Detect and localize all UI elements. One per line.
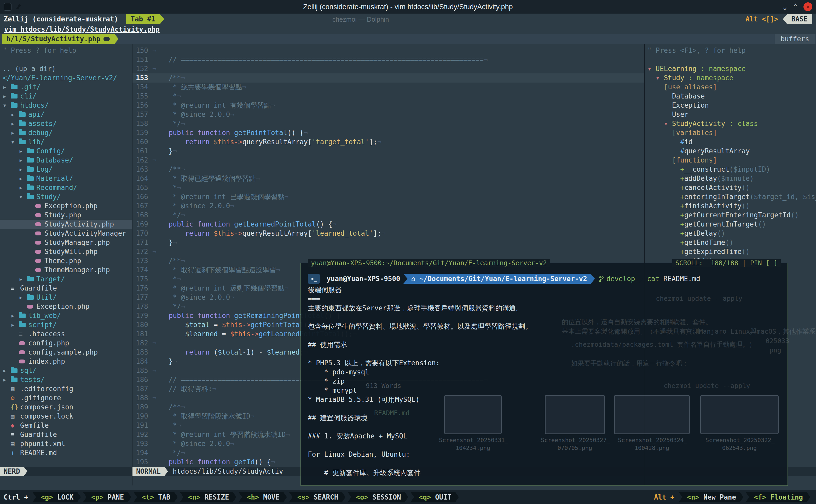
code-line[interactable]: 165 *¬	[132, 183, 644, 192]
chevron-down-icon[interactable]: ⌄	[783, 3, 787, 11]
tree-row[interactable]: StudyActivity.php	[0, 220, 132, 229]
code-line[interactable]: 169 public function getLearnedPointTotal…	[132, 220, 644, 229]
code-line[interactable]: 167 * @since 2.0.0¬	[132, 201, 644, 211]
tagbar-row[interactable]	[647, 55, 816, 64]
tagbar-row[interactable]: +getEndTime()	[647, 238, 816, 247]
tree-row[interactable]: ▾Study/	[0, 192, 132, 201]
tree-row[interactable]	[0, 55, 132, 64]
tree-row[interactable]: ▸Material/	[0, 174, 132, 183]
tree-row[interactable]: ▸.git/	[0, 83, 132, 92]
tagbar-row[interactable]: Exception	[647, 101, 816, 110]
tree-row[interactable]: ▾lib/	[0, 137, 132, 147]
tree-row[interactable]: ↓README.md	[0, 448, 132, 457]
code-line[interactable]: 156 * @return int 有幾個學習點¬	[132, 101, 644, 110]
tagbar-row[interactable]: +addDelay($minute)	[647, 174, 816, 183]
code-line[interactable]: 172¬	[132, 247, 644, 256]
tree-row[interactable]: config.sample.php	[0, 348, 132, 357]
tagbar-row[interactable]: #id	[647, 137, 816, 147]
code-line[interactable]: 155 *¬	[132, 92, 644, 101]
tree-row[interactable]: ▸tests/	[0, 375, 132, 384]
tree-row[interactable]: ▸Recommand/	[0, 183, 132, 192]
keybind-pane[interactable]: <p> PANE	[83, 492, 131, 502]
code-line[interactable]: 164 * 取得已經學過幾個學習點¬	[132, 174, 644, 183]
tree-row[interactable]: ▤phpunit.xml	[0, 439, 132, 448]
tagbar-row[interactable]: +__construct($inputID)	[647, 165, 816, 174]
tagbar-row[interactable]: +getDelay()	[647, 229, 816, 238]
tagbar-row[interactable]: ▾ UELearning : namespace	[647, 64, 816, 73]
tree-row[interactable]: ▸cli/	[0, 92, 132, 101]
tree-row[interactable]: ▸Config/	[0, 147, 132, 156]
tree-row[interactable]: ⚙.gitignore	[0, 393, 132, 403]
tagbar-row[interactable]: " Press <F1>, ? for help	[647, 46, 816, 55]
floating-pane[interactable]: yuan@Yuan-XPS-9500:~/Documents/Git/Yuan/…	[300, 263, 788, 486]
tagbar-row[interactable]: +enteringInTarget($target_id, $is_enteri…	[647, 192, 816, 201]
tree-row[interactable]: ▸lib_web/	[0, 311, 132, 320]
chevron-up-icon[interactable]: ⌃	[793, 3, 798, 11]
tree-row[interactable]: ThemeManager.php	[0, 265, 132, 275]
tree-row[interactable]: </Yuan/E-learning-Server-v2/	[0, 73, 132, 83]
tree-row[interactable]: StudyManager.php	[0, 238, 132, 247]
tagbar-row[interactable]: ▾ Study : namespace	[647, 73, 816, 83]
tagbar-row[interactable]: [use aliases]	[647, 83, 816, 92]
tree-row[interactable]: ▸script/	[0, 320, 132, 329]
tree-row[interactable]: Exception.php	[0, 201, 132, 211]
keybind-floating[interactable]: <f> Floating	[745, 492, 810, 502]
tree-row[interactable]: config.php	[0, 339, 132, 348]
buffer-tab-active[interactable]: h/l/S/StudyActivity.php	[2, 34, 119, 44]
tree-row[interactable]: ▸assets/	[0, 119, 132, 128]
tree-row[interactable]: ◆Gemfile	[0, 421, 132, 430]
tagbar-row[interactable]: +getCurrentInTarget()	[647, 220, 816, 229]
code-line[interactable]: 166 * @return int 已學過幾個學習點¬	[132, 192, 644, 201]
floating-pane-title[interactable]: yuan@Yuan-XPS-9500:~/Documents/Git/Yuan/…	[308, 259, 550, 267]
scroll-indicator[interactable]: SCROLL: 188/188 | PIN [ ]	[672, 259, 781, 267]
tree-row[interactable]: ▸Log/	[0, 165, 132, 174]
tagbar-row[interactable]: #queryResultArray	[647, 147, 816, 156]
code-line[interactable]: 150¬	[132, 46, 644, 55]
tree-row[interactable]: StudyWill.php	[0, 247, 132, 256]
keybind-resize[interactable]: <n> RESIZE	[180, 492, 236, 502]
tree-row[interactable]: ≡.htaccess	[0, 329, 132, 339]
tagbar-row[interactable]: +getCurrentEnteringTargetId()	[647, 211, 816, 220]
code-line[interactable]: 154 * 總共要學幾個學習點¬	[132, 83, 644, 92]
code-line[interactable]: 153 /**¬	[132, 73, 644, 83]
code-line[interactable]: 170 return $this->queryResultArray['lear…	[132, 229, 644, 238]
tab-1[interactable]: Tab #1	[126, 14, 164, 24]
tree-row[interactable]: " Press ? for help	[0, 46, 132, 55]
code-line[interactable]: 160 return $this->queryResultArray['targ…	[132, 137, 644, 147]
keybind-tab[interactable]: <t> TAB	[133, 492, 178, 502]
keybind-move[interactable]: <h> MOVE	[239, 492, 287, 502]
keybind-session[interactable]: <o> SESSION	[348, 492, 408, 502]
tree-row[interactable]: Theme.php	[0, 256, 132, 265]
tree-row[interactable]: ▸sql/	[0, 366, 132, 375]
tree-row[interactable]: ▾htdocs/	[0, 101, 132, 110]
tree-row[interactable]: ▦.editorconfig	[0, 384, 132, 393]
tree-row[interactable]: ▸Database/	[0, 156, 132, 165]
tree-row[interactable]: index.php	[0, 357, 132, 366]
code-line[interactable]: 162¬	[132, 156, 644, 165]
tree-row[interactable]: {}composer.json	[0, 403, 132, 412]
tagbar-row[interactable]: +cancelActivity()	[647, 183, 816, 192]
keybind-new-pane[interactable]: <n> New Pane	[679, 492, 743, 502]
tree-row[interactable]: ▤composer.lock	[0, 412, 132, 421]
keybind-quit[interactable]: <q> QUIT	[410, 492, 459, 502]
tree-row[interactable]: ≡Guardfile	[0, 284, 132, 293]
code-line[interactable]: 159 public function getPointTotal() {¬	[132, 128, 644, 137]
tree-row[interactable]: ▸Util/	[0, 293, 132, 302]
code-line[interactable]: 161 }¬	[132, 147, 644, 156]
tagbar-row[interactable]: +getExpiredTime()	[647, 247, 816, 256]
code-line[interactable]: 151 // =================================…	[132, 55, 644, 64]
keybind-lock[interactable]: <g> LOCK	[32, 492, 81, 502]
tree-row[interactable]: Study.php	[0, 211, 132, 220]
tagbar-row[interactable]: Database	[647, 92, 816, 101]
tree-row[interactable]: .. (up a dir)	[0, 64, 132, 73]
tree-row[interactable]: Exception.php	[0, 302, 132, 311]
tagbar-row[interactable]: [variables]	[647, 128, 816, 137]
keybind-search[interactable]: <s> SEARCH	[289, 492, 346, 502]
tagbar-row[interactable]: [functions]	[647, 156, 816, 165]
close-button[interactable]: ✕	[803, 2, 812, 11]
code-line[interactable]: 157 * @since 2.0.0¬	[132, 110, 644, 119]
code-line[interactable]: 168 */¬	[132, 211, 644, 220]
code-line[interactable]: 163 /**¬	[132, 165, 644, 174]
code-line[interactable]: 158 */¬	[132, 119, 644, 128]
tagbar-row[interactable]: User	[647, 110, 816, 119]
